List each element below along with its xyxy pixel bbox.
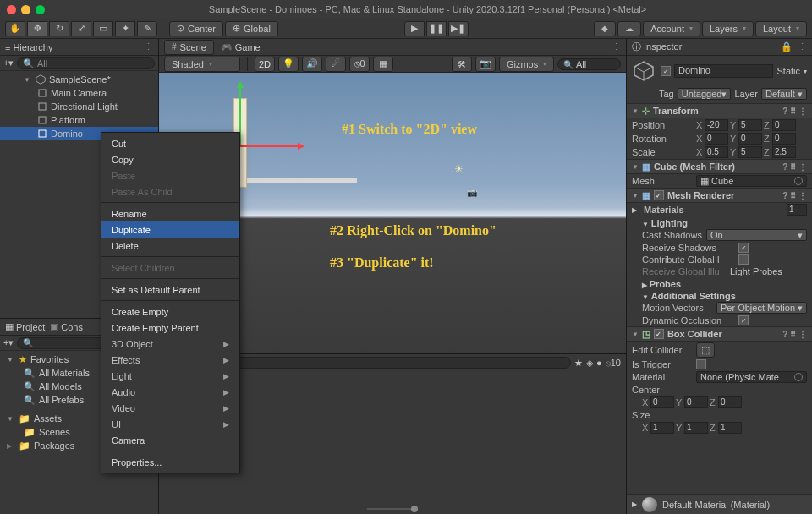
project-create[interactable]: +▾ bbox=[3, 337, 14, 348]
audio-icon[interactable]: 🔊 bbox=[302, 57, 322, 72]
tools-icon[interactable]: 🛠 bbox=[452, 57, 472, 72]
camera-icon[interactable]: 📷 bbox=[475, 57, 496, 72]
hierarchy-tab[interactable]: ≡ Hierarchy⋮ bbox=[0, 39, 158, 56]
ctx-video[interactable]: Video▶ bbox=[102, 400, 239, 416]
materials-count[interactable]: 1 bbox=[787, 204, 807, 216]
custom-tool[interactable]: ✎ bbox=[137, 21, 157, 36]
rotation-y[interactable]: 0 bbox=[738, 133, 762, 145]
edit-collider-button[interactable]: ⬚ bbox=[696, 342, 715, 358]
position-y[interactable]: 5 bbox=[738, 119, 762, 131]
ctx-default-parent[interactable]: Set as Default Parent bbox=[102, 282, 239, 298]
step-button[interactable]: ▶❚ bbox=[448, 21, 469, 36]
active-checkbox[interactable]: ✓ bbox=[661, 66, 671, 76]
lock-icon[interactable]: 🔒 bbox=[781, 41, 793, 52]
lighting-icon[interactable]: 💡 bbox=[278, 57, 299, 72]
ctx-delete[interactable]: Delete bbox=[102, 238, 239, 254]
create-dropdown[interactable]: +▾ bbox=[3, 57, 14, 68]
motion-vectors[interactable]: Per Object Motion▾ bbox=[716, 302, 807, 314]
close-icon[interactable] bbox=[7, 5, 16, 14]
ctx-light[interactable]: Light▶ bbox=[102, 368, 239, 384]
view-2d-button[interactable]: 2D bbox=[255, 57, 275, 72]
hierarchy-item-directional-light[interactable]: Directional Light bbox=[0, 100, 158, 113]
scale-tool[interactable]: ⤢ bbox=[71, 21, 91, 36]
cast-shadows[interactable]: On▾ bbox=[706, 229, 807, 241]
ctx-camera[interactable]: Camera bbox=[102, 432, 239, 448]
fx-icon[interactable]: ☄ bbox=[326, 57, 346, 72]
mesh-renderer-component[interactable]: ▼▦✓Mesh Renderer? ⠿ ⋮ bbox=[627, 188, 812, 203]
ctx-ui[interactable]: UI▶ bbox=[102, 416, 239, 432]
cloud-button[interactable]: ☁ bbox=[617, 21, 641, 36]
inspector-tab[interactable]: ⓘ Inspector🔒⋮ bbox=[627, 39, 812, 56]
hand-tool[interactable]: ✋ bbox=[5, 21, 25, 36]
scale-x[interactable]: 0.5 bbox=[705, 146, 728, 158]
account-dropdown[interactable]: Account bbox=[643, 21, 700, 36]
grid-icon[interactable]: ▦ bbox=[373, 57, 393, 72]
collab-button[interactable]: ◆ bbox=[594, 21, 616, 36]
ctx-cut[interactable]: Cut bbox=[102, 135, 239, 151]
scene-row[interactable]: ▼SampleScene* bbox=[0, 73, 158, 86]
mesh-filter-component[interactable]: ▼▦Cube (Mesh Filter)? ⠿ ⋮ bbox=[627, 159, 812, 174]
ctx-3d-object[interactable]: 3D Object▶ bbox=[102, 336, 239, 352]
thumbnail-slider[interactable] bbox=[367, 508, 414, 510]
gizmos-dropdown[interactable]: Gizmos bbox=[499, 57, 554, 72]
console-tab[interactable]: ▣ Cons bbox=[50, 321, 83, 332]
material-footer[interactable]: ▶Default-Material (Material) bbox=[627, 494, 812, 514]
filter-favorites-icon[interactable]: ★ bbox=[574, 358, 583, 369]
ctx-create-empty-parent[interactable]: Create Empty Parent bbox=[102, 320, 239, 336]
hierarchy-item-main-camera[interactable]: Main Camera bbox=[0, 86, 158, 100]
maximize-icon[interactable] bbox=[36, 5, 45, 14]
ctx-effects[interactable]: Effects▶ bbox=[102, 352, 239, 368]
rotate-tool[interactable]: ↻ bbox=[49, 21, 69, 36]
tag-dropdown[interactable]: Untagged▾ bbox=[678, 88, 732, 100]
hidden-icon[interactable]: ⦸0 bbox=[349, 57, 370, 72]
move-tool[interactable]: ✥ bbox=[27, 21, 47, 36]
ctx-duplicate[interactable]: Duplicate bbox=[102, 221, 239, 238]
pivot-toggle[interactable]: ⊙Center bbox=[169, 21, 223, 36]
hierarchy-search[interactable]: 🔍 All bbox=[17, 57, 155, 69]
position-z[interactable]: 0 bbox=[772, 119, 796, 131]
box-collider-component[interactable]: ▼◳✓Box Collider? ⠿ ⋮ bbox=[627, 326, 812, 342]
position-x[interactable]: -20 bbox=[705, 119, 728, 131]
center-x[interactable]: 0 bbox=[650, 396, 674, 408]
help-icon[interactable]: ? ⠿ ⋮ bbox=[782, 107, 807, 116]
handle-toggle[interactable]: ⊕Global bbox=[225, 21, 278, 36]
layers-dropdown[interactable]: Layers bbox=[702, 21, 754, 36]
minimize-icon[interactable] bbox=[21, 5, 30, 14]
rect-tool[interactable]: ▭ bbox=[93, 21, 113, 36]
receive-shadows-checkbox[interactable]: ✓ bbox=[738, 243, 749, 253]
ctx-audio[interactable]: Audio▶ bbox=[102, 384, 239, 400]
filter-type-icon[interactable]: ◈ bbox=[586, 358, 593, 369]
size-x[interactable]: 1 bbox=[650, 422, 674, 434]
hierarchy-item-platform[interactable]: Platform bbox=[0, 113, 158, 127]
ctx-rename[interactable]: Rename bbox=[102, 205, 239, 221]
center-y[interactable]: 0 bbox=[684, 396, 708, 408]
scene-search[interactable]: 🔍 All bbox=[557, 58, 621, 70]
rotation-x[interactable]: 0 bbox=[705, 133, 728, 145]
filter-label-icon[interactable]: ● bbox=[596, 358, 602, 368]
ctx-create-empty[interactable]: Create Empty bbox=[102, 303, 239, 320]
play-button[interactable]: ▶ bbox=[404, 21, 425, 36]
object-name-field[interactable]: Domino bbox=[674, 64, 773, 78]
layer-dropdown[interactable]: Default▾ bbox=[761, 88, 807, 100]
size-y[interactable]: 1 bbox=[684, 422, 708, 434]
scale-y[interactable]: 5 bbox=[738, 146, 762, 158]
dyn-occ-checkbox[interactable]: ✓ bbox=[738, 315, 749, 325]
mesh-field[interactable]: ▦ Cube bbox=[696, 175, 807, 187]
is-trigger-checkbox[interactable] bbox=[696, 359, 706, 369]
layout-dropdown[interactable]: Layout bbox=[755, 21, 807, 36]
game-tab[interactable]: 🎮 Game bbox=[215, 40, 267, 55]
transform-tool[interactable]: ✦ bbox=[115, 21, 135, 36]
pause-button[interactable]: ❚❚ bbox=[426, 21, 447, 36]
center-z[interactable]: 0 bbox=[718, 396, 742, 408]
contribute-gi-checkbox[interactable] bbox=[738, 254, 749, 265]
shading-dropdown[interactable]: Shaded bbox=[164, 57, 240, 72]
rotation-z[interactable]: 0 bbox=[772, 133, 796, 145]
transform-component[interactable]: ▼⊹Transform? ⠿ ⋮ bbox=[627, 103, 812, 118]
ctx-properties[interactable]: Properties... bbox=[102, 454, 239, 470]
ctx-copy[interactable]: Copy bbox=[102, 151, 239, 167]
project-tab[interactable]: ▦ Project bbox=[5, 321, 45, 332]
scene-tab[interactable]: # Scene bbox=[164, 40, 214, 55]
physic-material[interactable]: None (Physic Mate bbox=[696, 371, 807, 383]
panel-menu-icon[interactable]: ⋮ bbox=[144, 41, 153, 52]
size-z[interactable]: 1 bbox=[718, 422, 742, 434]
